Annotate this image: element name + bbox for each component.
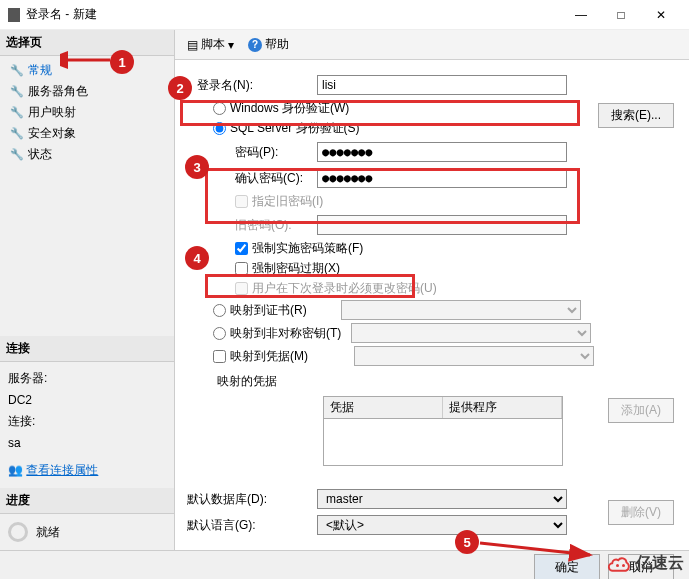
- enforce-policy-label: 强制实施密码策略(F): [252, 240, 363, 257]
- dialog-footer: 确定 取消: [0, 550, 689, 579]
- password-label: 密码(P):: [187, 144, 317, 161]
- right-panel: ▤ 脚本 ▾ ? 帮助 登录名(N): 搜索(E)... Windows 身份验…: [175, 30, 689, 550]
- search-button[interactable]: 搜索(E)...: [598, 103, 674, 128]
- windows-auth-label: Windows 身份验证(W): [230, 100, 349, 117]
- enforce-expire-checkbox[interactable]: [235, 262, 248, 275]
- ok-button[interactable]: 确定: [534, 554, 600, 579]
- conn-label: 连接:: [8, 411, 166, 433]
- default-lang-label: 默认语言(G):: [187, 517, 317, 534]
- view-conn-props-link[interactable]: 查看连接属性: [26, 463, 98, 477]
- script-button[interactable]: ▤ 脚本 ▾: [183, 34, 238, 55]
- close-button[interactable]: ✕: [641, 1, 681, 29]
- nav-status[interactable]: 🔧状态: [6, 144, 168, 165]
- mapped-creds-label: 映射的凭据: [187, 373, 317, 390]
- wrench-icon: 🔧: [10, 127, 24, 140]
- login-name-input[interactable]: [317, 75, 567, 95]
- add-button[interactable]: 添加(A): [608, 398, 674, 423]
- annotation-3: 3: [185, 155, 209, 179]
- help-icon: ?: [248, 38, 262, 52]
- dropdown-icon: ▾: [228, 38, 234, 52]
- windows-auth-radio[interactable]: [213, 102, 226, 115]
- password-input[interactable]: [317, 142, 567, 162]
- sql-auth-label: SQL Server 身份验证(S): [230, 120, 360, 137]
- cert-combo: [341, 300, 581, 320]
- nav-general[interactable]: 🔧常规: [6, 60, 168, 81]
- old-password-checkbox: [235, 195, 248, 208]
- must-change-checkbox: [235, 282, 248, 295]
- svg-point-4: [616, 564, 619, 567]
- confirm-password-input[interactable]: [317, 168, 567, 188]
- default-db-label: 默认数据库(D):: [187, 491, 317, 508]
- connection-header: 连接: [0, 336, 174, 362]
- old-password-input: [317, 215, 567, 235]
- default-db-select[interactable]: master: [317, 489, 567, 509]
- map-cert-label: 映射到证书(R): [230, 302, 307, 319]
- old-pwd-field-label: 旧密码(O):: [187, 217, 317, 234]
- help-button[interactable]: ? 帮助: [244, 34, 293, 55]
- progress-status: 就绪: [36, 524, 60, 541]
- cred-col-credential: 凭据: [324, 397, 443, 418]
- wrench-icon: 🔧: [10, 64, 24, 77]
- window-title: 登录名 - 新建: [26, 6, 561, 23]
- cred-col-provider: 提供程序: [443, 397, 562, 418]
- left-panel: 选择页 🔧常规 🔧服务器角色 🔧用户映射 🔧安全对象 🔧状态 连接 服务器: D…: [0, 30, 175, 550]
- maximize-button[interactable]: □: [601, 1, 641, 29]
- old-password-label: 指定旧密码(I): [252, 193, 323, 210]
- user-icon: 👥: [8, 463, 26, 477]
- progress-header: 进度: [0, 488, 174, 514]
- login-name-label: 登录名(N):: [187, 77, 317, 94]
- map-asym-radio[interactable]: [213, 327, 226, 340]
- annotation-5: 5: [455, 530, 479, 554]
- default-lang-select[interactable]: <默认>: [317, 515, 567, 535]
- conn-value: sa: [8, 433, 166, 455]
- cloud-icon: [604, 554, 634, 574]
- minimize-button[interactable]: —: [561, 1, 601, 29]
- map-cred-label: 映射到凭据(M): [230, 348, 308, 365]
- annotation-2: 2: [168, 76, 192, 100]
- server-value: DC2: [8, 390, 166, 412]
- nav-server-roles[interactable]: 🔧服务器角色: [6, 81, 168, 102]
- enforce-policy-checkbox[interactable]: [235, 242, 248, 255]
- wrench-icon: 🔧: [10, 85, 24, 98]
- wrench-icon: 🔧: [10, 148, 24, 161]
- asym-combo: [351, 323, 591, 343]
- nav-user-mapping[interactable]: 🔧用户映射: [6, 102, 168, 123]
- titlebar: 登录名 - 新建 — □ ✕: [0, 0, 689, 30]
- enforce-expire-label: 强制密码过期(X): [252, 260, 340, 277]
- sql-auth-radio[interactable]: [213, 122, 226, 135]
- must-change-label: 用户在下次登录时必须更改密码(U): [252, 280, 437, 297]
- map-cert-radio[interactable]: [213, 304, 226, 317]
- map-cred-checkbox[interactable]: [213, 350, 226, 363]
- toolbar: ▤ 脚本 ▾ ? 帮助: [175, 30, 689, 60]
- svg-point-5: [622, 564, 625, 567]
- wrench-icon: 🔧: [10, 106, 24, 119]
- watermark: 亿速云: [604, 553, 684, 574]
- spinner-icon: [8, 522, 28, 542]
- watermark-text: 亿速云: [636, 553, 684, 574]
- annotation-4: 4: [185, 246, 209, 270]
- annotation-1: 1: [110, 50, 134, 74]
- credentials-table: 凭据 提供程序: [323, 396, 563, 466]
- map-asym-label: 映射到非对称密钥(T): [230, 325, 341, 342]
- server-label: 服务器:: [8, 368, 166, 390]
- select-page-header: 选择页: [0, 30, 174, 56]
- nav-securables[interactable]: 🔧安全对象: [6, 123, 168, 144]
- cred-combo: [354, 346, 594, 366]
- script-icon: ▤: [187, 38, 198, 52]
- window-icon: [8, 8, 20, 22]
